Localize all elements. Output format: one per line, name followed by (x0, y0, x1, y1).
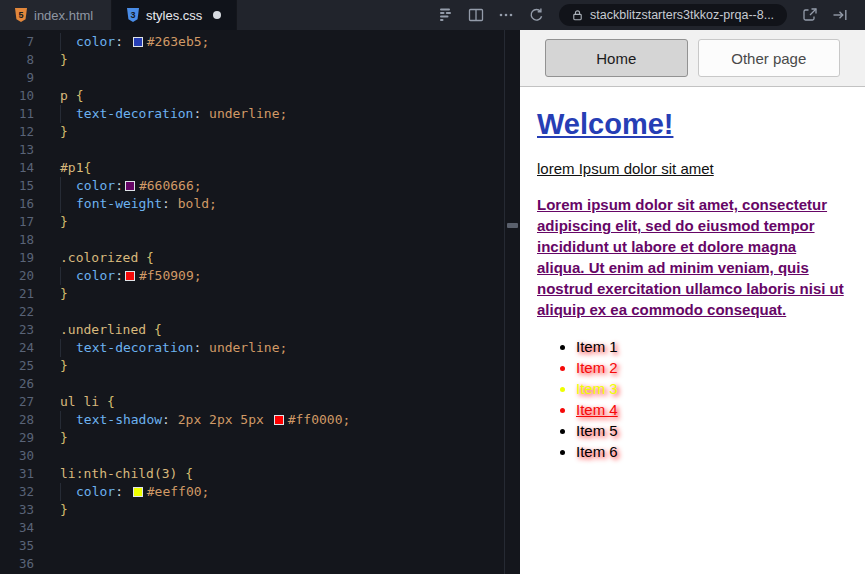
code-line[interactable]: 34 (0, 519, 520, 537)
line-number: 27 (0, 393, 34, 411)
code-line[interactable]: 7color: #263eb5; (0, 33, 520, 51)
split-view-icon[interactable] (461, 0, 491, 30)
preview-url-bar[interactable]: stackblitzstarters3tkkoz-prqa--8... (559, 4, 787, 26)
line-content: } (34, 123, 68, 141)
token-br: } (60, 214, 68, 229)
line-content (34, 537, 60, 555)
line-content: .colorized { (34, 249, 154, 267)
token-sel: ul li (60, 394, 107, 409)
line-content: text-decoration: underline; (34, 339, 287, 357)
token-prop: text-decoration (76, 340, 193, 355)
code-line[interactable]: 15color:#660666; (0, 177, 520, 195)
line-number: 14 (0, 159, 34, 177)
code-line[interactable]: 26 (0, 375, 520, 393)
more-options-icon[interactable] (491, 0, 521, 30)
code-line[interactable]: 17} (0, 213, 520, 231)
code-line[interactable]: 10p { (0, 87, 520, 105)
token-br: } (60, 52, 68, 67)
color-swatch[interactable] (274, 415, 284, 425)
dock-preview-icon[interactable] (825, 0, 855, 30)
code-line[interactable]: 18 (0, 231, 520, 249)
token-sel: li:nth-child(3) (60, 466, 185, 481)
color-swatch[interactable] (133, 487, 143, 497)
main-split: 7color: #263eb5;8}910p {11text-decoratio… (0, 30, 865, 574)
welcome-heading: Welcome! (537, 108, 847, 141)
code-line[interactable]: 11text-decoration: underline; (0, 105, 520, 123)
code-line[interactable]: 16font-weight: bold; (0, 195, 520, 213)
lorem-paragraph: Lorem ipsum dolor sit amet, consectetur … (537, 194, 847, 320)
token-pn: : (162, 196, 170, 211)
code-line[interactable]: 24text-decoration: underline; (0, 339, 520, 357)
color-swatch[interactable] (133, 37, 143, 47)
home-button[interactable]: Home (545, 39, 688, 77)
indent-guide (60, 267, 76, 285)
indent-guide (60, 177, 76, 195)
code-line[interactable]: 33} (0, 501, 520, 519)
token-prop: color (76, 178, 115, 193)
list-item: Item 6 (576, 441, 847, 462)
lock-icon (571, 8, 584, 22)
code-line[interactable]: 30 (0, 447, 520, 465)
indent-guide (60, 483, 76, 501)
indent-guide (60, 195, 76, 213)
scrollbar-thumb[interactable] (507, 223, 518, 228)
other-page-button[interactable]: Other page (698, 39, 841, 77)
preview-url-text: stackblitzstarters3tkkoz-prqa--8... (590, 8, 774, 22)
code-lines[interactable]: 7color: #263eb5;8}910p {11text-decoratio… (0, 30, 520, 573)
line-content (34, 447, 60, 465)
code-line[interactable]: 25} (0, 357, 520, 375)
refresh-icon[interactable] (521, 0, 551, 30)
code-line[interactable]: 22 (0, 303, 520, 321)
editor-scrollbar[interactable] (504, 30, 520, 574)
line-content: color: #263eb5; (34, 33, 209, 51)
token-br: } (60, 358, 68, 373)
code-line[interactable]: 32color: #eeff00; (0, 483, 520, 501)
code-line[interactable]: 35 (0, 537, 520, 555)
token-val: underline; (201, 106, 287, 121)
code-line[interactable]: 8} (0, 51, 520, 69)
code-line[interactable]: 20color:#f50909; (0, 267, 520, 285)
tab-styles-css[interactable]: 3 styles.css (112, 0, 237, 30)
color-swatch[interactable] (125, 271, 135, 281)
code-line[interactable]: 31li:nth-child(3) { (0, 465, 520, 483)
code-line[interactable]: 13 (0, 141, 520, 159)
line-number: 22 (0, 303, 34, 321)
line-number: 17 (0, 213, 34, 231)
tab-index-html[interactable]: 5 index.html (0, 0, 112, 30)
code-line[interactable]: 23.underlined { (0, 321, 520, 339)
line-number: 26 (0, 375, 34, 393)
line-number: 34 (0, 519, 34, 537)
code-line[interactable]: 9 (0, 69, 520, 87)
token-sel: #p1 (60, 160, 83, 175)
color-swatch[interactable] (125, 181, 135, 191)
line-number: 15 (0, 177, 34, 195)
line-number: 29 (0, 429, 34, 447)
code-line[interactable]: 19.colorized { (0, 249, 520, 267)
line-content: ul li { (34, 393, 115, 411)
token-val: #263eb5; (147, 34, 210, 49)
line-content: .underlined { (34, 321, 162, 339)
token-br: } (60, 286, 68, 301)
code-line[interactable]: 28text-shadow: 2px 2px 5px #ff0000; (0, 411, 520, 429)
indent-guide (60, 33, 76, 51)
token-val: #f50909; (139, 268, 202, 283)
line-content: } (34, 501, 68, 519)
open-in-new-window-icon[interactable] (795, 0, 825, 30)
code-line[interactable]: 27ul li { (0, 393, 520, 411)
code-line[interactable]: 14#p1{ (0, 159, 520, 177)
code-line[interactable]: 29} (0, 429, 520, 447)
code-line[interactable]: 12} (0, 123, 520, 141)
line-content (34, 375, 60, 393)
line-number: 11 (0, 105, 34, 123)
code-line[interactable]: 21} (0, 285, 520, 303)
code-line[interactable]: 36 (0, 555, 520, 573)
line-content: p { (34, 87, 83, 105)
preview-nav: Home Other page (520, 30, 865, 87)
code-editor[interactable]: 7color: #263eb5;8}910p {11text-decoratio… (0, 30, 520, 574)
line-number: 36 (0, 555, 34, 573)
prettier-icon[interactable] (431, 0, 461, 30)
token-br: } (60, 502, 68, 517)
line-number: 7 (0, 33, 34, 51)
preview-toolbar: stackblitzstarters3tkkoz-prqa--8... (431, 0, 865, 30)
stackblitz-window: 5 index.html 3 styles.css (0, 0, 865, 574)
